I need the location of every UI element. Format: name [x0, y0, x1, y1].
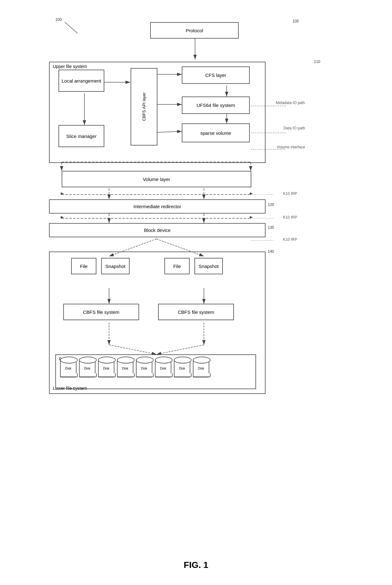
- sparse-volume-box: sparse volume: [182, 123, 250, 142]
- disk-6: Disk: [155, 359, 171, 377]
- ref-130: 130: [268, 225, 274, 230]
- protocol-box: Protocol: [150, 22, 239, 39]
- disk-6-label: Disk: [160, 367, 166, 370]
- cbfs-fs1-label: CBFS file system: [83, 309, 119, 315]
- disk-3-label: Disk: [103, 367, 109, 370]
- snapshot1-label: Snapshot: [105, 264, 125, 269]
- disk-5-label: Disk: [141, 367, 147, 370]
- disk-8-label: Disk: [198, 367, 204, 370]
- data-io-label: Data IO path: [284, 126, 305, 130]
- svg-marker-24: [61, 192, 64, 195]
- upper-fs-label: Upper file system: [53, 64, 87, 69]
- diagram-wrapper: 100 Protocol 105 110 Upper file system L…: [46, 13, 346, 551]
- file1-box: File: [71, 258, 96, 274]
- file1-label: File: [80, 264, 88, 269]
- k10-irp-1-label: K10 IRP: [283, 191, 297, 196]
- k10-irp-3-label: K10 IRP: [283, 237, 297, 242]
- svg-line-3: [65, 22, 77, 33]
- ref-105: 105: [292, 19, 299, 23]
- metadata-io-label: Metadata IO path: [276, 101, 305, 105]
- cbfs-api-label: CBFS API layer: [142, 92, 146, 121]
- disk-2-label: Disk: [84, 367, 90, 370]
- ref-140: 140: [268, 249, 274, 254]
- sparse-volume-label: sparse volume: [200, 130, 231, 136]
- slice-manager-box: Slice manager: [58, 125, 104, 147]
- local-arrangement-box: Local arrangement: [58, 70, 104, 92]
- ufs64-label: UFS64 file system: [197, 103, 235, 108]
- intermediate-redirector-box: Intermediate redirector: [49, 199, 266, 214]
- block-device-box: Block device: [49, 223, 266, 237]
- svg-marker-30: [61, 216, 64, 219]
- disk-2: Disk: [79, 359, 95, 377]
- snapshot2-box: Snapshot: [194, 258, 223, 274]
- disk-3: Disk: [98, 359, 114, 377]
- intermediate-redirector-label: Intermediate redirector: [133, 204, 181, 209]
- ref-110: 110: [314, 59, 320, 64]
- file2-box: File: [164, 258, 190, 274]
- disk-7-label: Disk: [179, 367, 185, 370]
- disk-7: Disk: [174, 359, 190, 377]
- ref-100: 100: [55, 17, 62, 22]
- disk-4: Disk: [117, 359, 133, 377]
- svg-marker-29: [250, 216, 253, 219]
- cbfs-api-box: CBFS API layer: [131, 68, 157, 146]
- block-device-label: Block device: [144, 227, 170, 233]
- local-arrangement-label: Local arrangement: [62, 78, 101, 84]
- disk-8: Disk: [193, 359, 209, 377]
- cfs-layer-label: CFS layer: [205, 72, 226, 78]
- cbfs-fs2-label: CBFS file system: [178, 309, 214, 315]
- slice-manager-label: Slice manager: [66, 134, 97, 139]
- volume-interface-label: Volume interface: [277, 145, 305, 149]
- ufs64-box: UFS64 file system: [182, 96, 250, 114]
- fig-label: FIG. 1: [28, 560, 364, 570]
- disk-row: Disk Disk Disk Disk Disk Disk: [60, 359, 209, 377]
- volume-layer-box: Volume layer: [62, 171, 251, 187]
- disk-4-label: Disk: [122, 367, 128, 370]
- protocol-label: Protocol: [186, 28, 203, 33]
- disk-1-label: Disk: [65, 367, 71, 370]
- disk-1: Disk: [60, 359, 77, 377]
- cfs-layer-box: CFS layer: [182, 66, 250, 84]
- volume-layer-label: Volume layer: [143, 177, 170, 182]
- snapshot2-label: Snapshot: [199, 264, 218, 269]
- k10-irp-2-label: K10 IRP: [283, 215, 297, 220]
- ref-120: 120: [268, 202, 274, 207]
- cbfs-fs2-box: CBFS file system: [158, 304, 234, 320]
- disk-5: Disk: [136, 359, 152, 377]
- snapshot1-box: Snapshot: [101, 258, 130, 274]
- cbfs-fs1-box: CBFS file system: [63, 304, 139, 320]
- svg-marker-23: [250, 192, 253, 195]
- file2-label: File: [173, 264, 181, 269]
